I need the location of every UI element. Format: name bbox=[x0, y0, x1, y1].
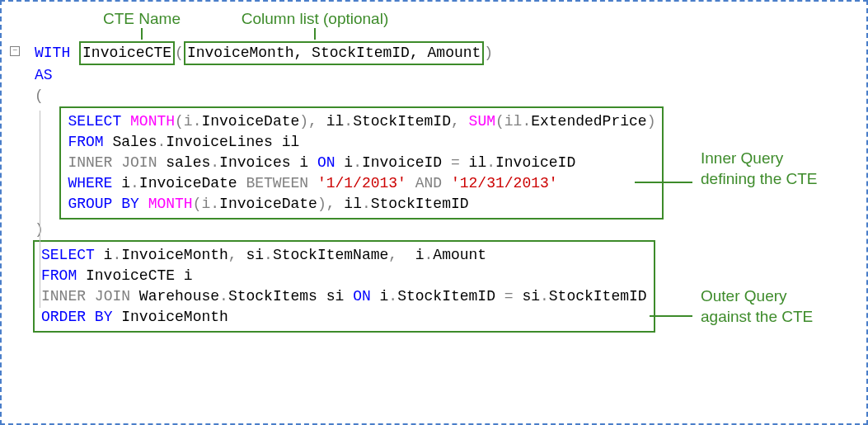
cte-name-box: InvoiceCTE bbox=[79, 41, 175, 65]
code-line: AS bbox=[10, 65, 852, 86]
outer-query-box: SELECT i.InvoiceMonth, si.StockItemName,… bbox=[33, 240, 655, 333]
tick-icon bbox=[141, 28, 143, 40]
label-outer-query: Outer Query against the CTE bbox=[701, 286, 824, 327]
collapse-icon: − bbox=[10, 46, 20, 56]
column-list-box: InvoiceMonth, StockItemID, Amount bbox=[184, 41, 484, 65]
label-inner-query: Inner Query defining the CTE bbox=[701, 149, 824, 189]
label-cte-name: CTE Name bbox=[103, 10, 181, 28]
label-col-list: Column list (optional) bbox=[242, 10, 388, 28]
tick-icon bbox=[314, 28, 316, 40]
header-labels: CTE Name Column list (optional) bbox=[10, 10, 852, 40]
connector-line bbox=[650, 315, 692, 317]
inner-query-box: SELECT MONTH(i.InvoiceDate), il.StockIte… bbox=[59, 106, 664, 220]
code-line: ( bbox=[10, 86, 852, 106]
code-line: −WITH InvoiceCTE(InvoiceMonth, StockItem… bbox=[10, 41, 852, 65]
code-line: ) bbox=[10, 220, 852, 240]
connector-line bbox=[635, 182, 692, 183]
diagram-frame: CTE Name Column list (optional) −WITH In… bbox=[0, 0, 868, 425]
fold-guide bbox=[40, 111, 40, 308]
